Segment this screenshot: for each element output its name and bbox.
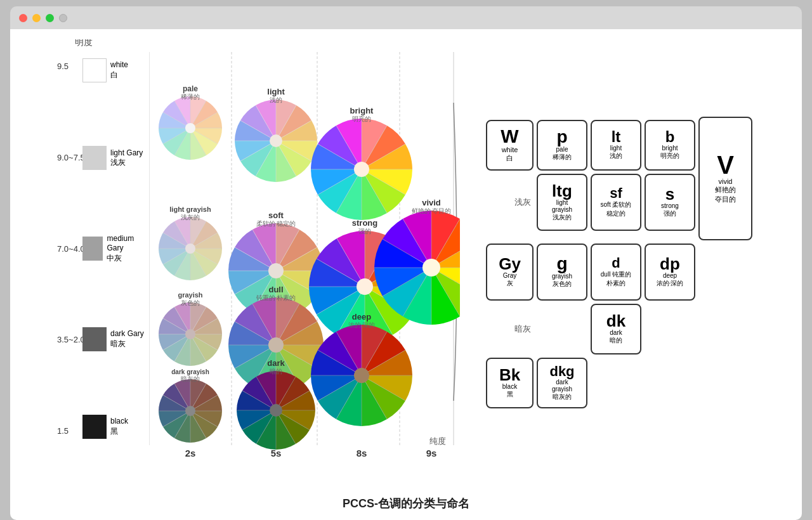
svg-text:vivid: vivid [422,198,441,207]
tone-cell-ltg: ltg light grayish 浅灰的 [537,174,587,231]
tone-cell-lt: lt light 浅的 [591,120,641,171]
svg-text:bright: bright [350,106,374,115]
gray-label-pale: 浅灰 [486,174,534,231]
tone-cell-dkg: dkg dark grayish 暗灰的 [537,358,587,408]
dot-yellow[interactable] [32,14,41,22]
svg-text:灰色的: 灰色的 [181,299,200,306]
y-tick-2: 9.0~7.5 [57,153,85,162]
svg-point-123 [270,404,282,417]
y-tick-4: 3.5~2.0 [57,335,85,344]
svg-point-93 [268,263,284,278]
svg-point-63 [185,406,195,416]
tone-cell-d: d dull 钝重的 朴素的 [591,244,641,301]
tone-cell-b: b bright 明亮的 [645,120,695,171]
gray-swatch-medium: medium Gary 中灰 [82,234,146,264]
tone-cell-bk: Bk black 黑 [486,358,534,408]
gray-label-dark: 暗灰 [486,304,534,354]
svg-text:暗灰的: 暗灰的 [181,375,200,382]
tone-cell-white: W white 白 [486,120,534,171]
svg-text:稀薄的: 稀薄的 [181,93,200,100]
y-tick-5: 1.5 [57,426,85,436]
svg-text:light grayish: light grayish [169,205,211,213]
svg-text:柔软的·稳定的: 柔软的·稳定的 [256,220,296,227]
dot-gray [59,14,67,22]
svg-point-153 [357,278,373,295]
svg-text:pale: pale [183,84,198,93]
page-footer: PCCS-色调的分类与命名 [25,488,787,514]
tone-cell-gy: Gy Gray 灰 [486,244,534,301]
svg-text:grayish: grayish [178,291,202,299]
gray-swatch-black: black 黑 [82,415,146,439]
svg-text:5s: 5s [271,448,282,458]
svg-text:明亮的: 明亮的 [352,115,371,122]
tone-cell-sf: sf soft 柔软的 稳定的 [591,174,641,231]
svg-text:dark: dark [267,358,285,368]
gray-swatch-light: light Gary 浅灰 [82,146,146,170]
svg-text:dark grayish: dark grayish [171,368,209,375]
diagram-panel: 明度 9.5 9.0~7.5 7.0~4.0 3.5~2.0 1.5 white [25,39,469,488]
svg-point-168 [354,368,369,383]
svg-point-78 [270,134,282,147]
gray-swatch-dark: dark Gary 暗灰 [82,327,146,351]
tone-cell-dp: dp deep 浓的·深的 [645,244,695,301]
tone-cell-pale: p pale 稀薄的 [537,120,587,171]
dot-red[interactable] [19,14,27,22]
tone-cell-g: g grayish 灰色的 [537,244,587,301]
svg-point-183 [422,259,440,276]
svg-text:浅灰的: 浅灰的 [181,214,200,221]
svg-text:暗的: 暗的 [270,368,282,375]
tone-cell-dk: dk dark 暗的 [591,304,641,354]
svg-text:2s: 2s [185,448,196,458]
svg-point-48 [185,329,195,339]
svg-text:浅的: 浅的 [270,96,282,103]
tone-cell-s: s strong 强的 [645,174,695,231]
svg-text:钝重的·朴素的: 钝重的·朴素的 [256,294,296,301]
y-tick-1: 9.5 [57,62,85,71]
svg-text:强的: 强的 [358,228,371,235]
svg-point-18 [185,123,195,133]
svg-text:light: light [267,87,285,96]
svg-text:strong: strong [352,218,378,228]
svg-text:soft: soft [268,211,284,220]
svg-text:8s: 8s [357,448,367,458]
tone-grid-panel: W white 白 p pale 稀薄的 lt [480,39,787,488]
svg-point-33 [185,244,195,254]
svg-text:纯度: 纯度 [429,436,446,446]
y-tick-3: 7.0~4.0 [57,244,85,254]
dot-green[interactable] [46,14,54,22]
svg-point-138 [354,162,369,177]
svg-text:dull: dull [268,285,283,294]
tone-cell-v: V vivid 鲜艳的 夺目的 [698,117,752,240]
svg-point-108 [268,337,284,353]
color-wheels-svg: pale 稀薄的 [149,52,460,445]
gray-swatch-white: white 白 [82,58,146,82]
svg-text:deep: deep [352,312,371,322]
svg-text:浓的·深的: 浓的·深的 [348,322,376,328]
svg-text:鲜艳的·夺目的: 鲜艳的·夺目的 [412,207,452,214]
svg-text:9s: 9s [426,448,437,458]
brightness-axis-label: 明度 [75,39,93,48]
